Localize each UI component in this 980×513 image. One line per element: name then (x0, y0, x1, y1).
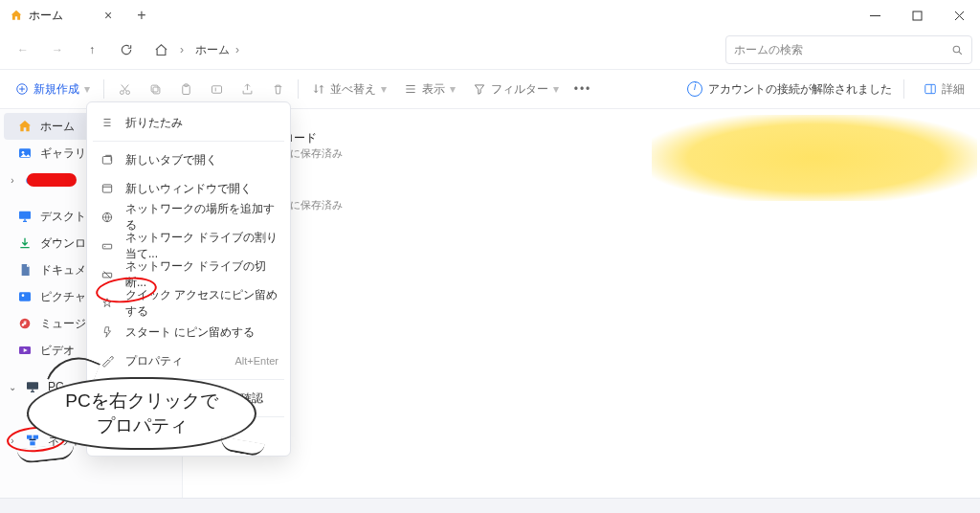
svg-rect-5 (153, 87, 160, 94)
search-placeholder: ホームの検索 (734, 42, 951, 58)
breadcrumb-label: ホーム (195, 42, 230, 58)
copy-button[interactable] (141, 75, 169, 103)
new-tab-button[interactable]: + (128, 7, 155, 24)
breadcrumb-item[interactable]: ホーム › (188, 42, 247, 58)
filter-button[interactable]: フィルター ▾ (465, 75, 567, 103)
view-button[interactable]: 表示 ▾ (396, 75, 463, 103)
music-icon (17, 316, 33, 331)
ctx-add-network-location[interactable]: ネットワークの場所を追加する (87, 203, 290, 232)
delete-button[interactable] (263, 75, 292, 103)
new-button-label: 新規作成 (33, 81, 79, 98)
ctx-properties[interactable]: プロパティ Alt+Enter (87, 346, 290, 375)
pictures-icon (17, 289, 33, 304)
info-icon (687, 81, 702, 97)
gallery-icon (17, 145, 33, 161)
svg-rect-13 (19, 212, 31, 219)
svg-rect-14 (19, 292, 31, 301)
download-icon (17, 235, 33, 251)
home-icon (10, 9, 23, 22)
account-status-label: アカウントの接続が解除されました (708, 81, 892, 98)
breadcrumb-sep: › (180, 43, 184, 56)
truncated-hint-text: 示されます。 (200, 237, 963, 254)
desktop-icon (17, 209, 33, 224)
accelerator: Alt+Enter (234, 355, 278, 367)
svg-rect-25 (102, 185, 111, 192)
network-location-icon (99, 209, 116, 226)
chevron-right-icon: › (8, 175, 17, 186)
new-button[interactable]: 新規作成 ▾ (8, 75, 98, 103)
content-area: ダウンロード ローカルに保存済み ⟂ ビデオ ローカルに保存済み ⟂ 示されます… (183, 109, 980, 498)
close-button[interactable] (938, 0, 980, 31)
ctx-pin-start[interactable]: スタート にピン留めする (87, 318, 290, 346)
svg-rect-6 (151, 85, 158, 92)
disconnect-drive-icon (99, 266, 116, 283)
chevron-right-icon: › (8, 435, 17, 446)
cloud-icon (25, 172, 40, 188)
home-icon (17, 119, 33, 134)
chevron-down-icon: ⌄ (8, 382, 17, 392)
breadcrumb-home-icon[interactable] (145, 34, 176, 65)
tab-close-button[interactable]: × (98, 5, 119, 26)
map-drive-icon (99, 237, 116, 255)
maximize-button[interactable] (896, 0, 938, 31)
pin-start-icon (99, 323, 116, 341)
window-controls (854, 0, 980, 31)
filter-label: フィルター (491, 81, 548, 98)
forward-button[interactable]: → (42, 34, 73, 65)
paste-button[interactable] (171, 75, 200, 103)
new-tab-icon (99, 151, 116, 168)
tab-title: ホーム (29, 8, 63, 24)
svg-rect-27 (102, 244, 111, 249)
ctx-pin-quick-access[interactable]: クイック アクセスにピン留めする (87, 289, 290, 318)
address-bar: ← → ↑ › ホーム › ホームの検索 (0, 31, 980, 70)
ctx-collapse[interactable]: 折りたたみ (87, 108, 290, 137)
rename-button[interactable] (202, 75, 231, 103)
new-window-icon (99, 180, 116, 197)
ctx-disconnect-network-drive[interactable]: ネットワーク ドライブの切断... (87, 260, 290, 289)
share-button[interactable] (233, 75, 261, 103)
ctx-open-new-window[interactable]: 新しいウィンドウで開く (87, 174, 290, 203)
sidebar-item-label: ホーム (40, 119, 75, 135)
annotation-bubble: PCを右クリックで プロパティ (27, 377, 256, 450)
cut-button[interactable] (110, 75, 139, 103)
refresh-button[interactable] (111, 34, 142, 65)
back-button[interactable]: ← (8, 34, 38, 65)
svg-point-1 (953, 46, 960, 53)
svg-rect-9 (212, 85, 221, 93)
status-bar (0, 498, 980, 513)
documents-icon (17, 262, 33, 278)
sidebar-item-label: ビデオ (40, 343, 75, 359)
svg-rect-10 (925, 84, 936, 93)
collapse-icon (99, 114, 116, 131)
video-icon (17, 343, 33, 358)
ctx-open-new-tab[interactable]: 新しいタブで開く (87, 145, 290, 174)
window-tab[interactable]: ホーム × (0, 0, 128, 31)
minimize-button[interactable] (854, 0, 896, 31)
sort-label: 並べ替え (330, 81, 376, 98)
sidebar-item-label: ピクチャ (40, 289, 86, 305)
ctx-map-network-drive[interactable]: ネットワーク ドライブの割り当て... (87, 232, 290, 260)
more-button[interactable]: ••• (568, 75, 597, 103)
pin-icon (99, 295, 116, 312)
svg-point-15 (22, 294, 25, 297)
search-input[interactable]: ホームの検索 (725, 35, 972, 64)
up-button[interactable]: ↑ (77, 34, 107, 65)
details-pane-button[interactable]: 詳細 (916, 75, 972, 103)
titlebar: ホーム × + (0, 0, 980, 31)
details-label: 詳細 (942, 81, 965, 98)
properties-icon (99, 352, 116, 369)
svg-rect-24 (102, 157, 111, 165)
account-status[interactable]: アカウントの接続が解除されました (687, 81, 892, 98)
svg-rect-0 (913, 11, 922, 20)
svg-point-28 (104, 246, 105, 247)
svg-point-12 (22, 151, 25, 154)
search-icon (951, 44, 964, 56)
sort-button[interactable]: 並べ替え ▾ (304, 75, 394, 103)
view-label: 表示 (422, 81, 445, 98)
